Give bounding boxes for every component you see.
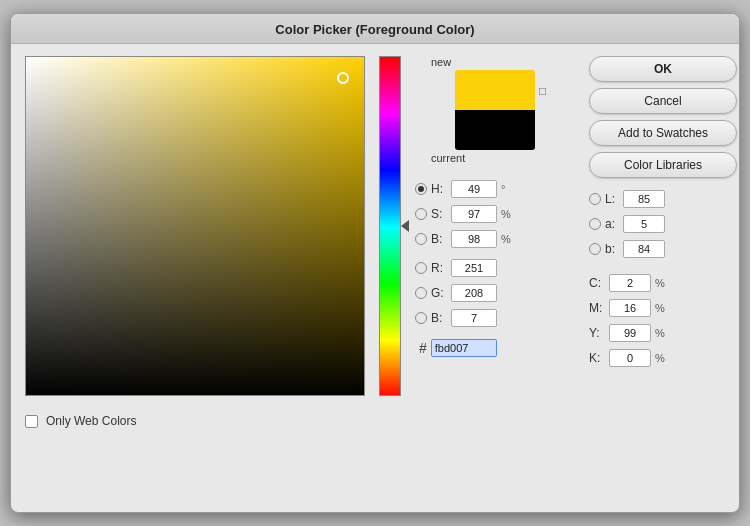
- lab-a-radio[interactable]: [589, 218, 601, 230]
- lab-b-row: b:: [589, 238, 737, 260]
- cmyk-m-row: M: %: [589, 297, 737, 319]
- green-row: G:: [415, 282, 575, 304]
- brightness-input[interactable]: [451, 230, 497, 248]
- red-input[interactable]: [451, 259, 497, 277]
- dialog-title: Color Picker (Foreground Color): [11, 14, 739, 44]
- hue-unit: °: [501, 183, 513, 195]
- cmyk-y-row: Y: %: [589, 322, 737, 344]
- bottom-bar: Only Web Colors: [11, 408, 739, 438]
- hex-row: #: [415, 339, 575, 357]
- lab-fields: L: a: b:: [589, 188, 737, 260]
- spectrum-slider[interactable]: [379, 56, 401, 396]
- lab-a-row: a:: [589, 213, 737, 235]
- color-gradient-canvas[interactable]: [25, 56, 365, 396]
- saturation-unit: %: [501, 208, 513, 220]
- lab-l-radio[interactable]: [589, 193, 601, 205]
- saturation-label: S:: [431, 207, 447, 221]
- cmyk-c-label: C:: [589, 276, 605, 290]
- blue-label: B:: [431, 311, 447, 325]
- add-to-swatches-button[interactable]: Add to Swatches: [589, 120, 737, 146]
- lab-b-label: b:: [605, 242, 619, 256]
- ok-button[interactable]: OK: [589, 56, 737, 82]
- color-preview-area: new □ current: [415, 56, 575, 164]
- cmyk-c-input[interactable]: [609, 274, 651, 292]
- cmyk-y-input[interactable]: [609, 324, 651, 342]
- hue-label: H:: [431, 182, 447, 196]
- middle-panel: new □ current H: ° S:: [415, 56, 575, 396]
- hex-input[interactable]: [431, 339, 497, 357]
- new-label: new: [431, 56, 451, 68]
- lab-a-label: a:: [605, 217, 619, 231]
- blue-row: B:: [415, 307, 575, 329]
- color-preview-blocks: □: [455, 70, 535, 150]
- saturation-row: S: %: [415, 203, 575, 225]
- red-radio[interactable]: [415, 262, 427, 274]
- hex-hash: #: [419, 340, 427, 356]
- cmyk-m-unit: %: [655, 302, 665, 314]
- spectrum-indicator: [401, 220, 409, 232]
- svg-rect-2: [380, 57, 401, 396]
- out-of-gamut-icon: □: [539, 84, 553, 98]
- cmyk-y-label: Y:: [589, 326, 605, 340]
- lab-b-input[interactable]: [623, 240, 665, 258]
- brightness-row: B: %: [415, 228, 575, 250]
- lab-b-radio[interactable]: [589, 243, 601, 255]
- green-label: G:: [431, 286, 447, 300]
- current-label: current: [431, 152, 465, 164]
- brightness-label: B:: [431, 232, 447, 246]
- hue-input[interactable]: [451, 180, 497, 198]
- lab-a-input[interactable]: [623, 215, 665, 233]
- green-input[interactable]: [451, 284, 497, 302]
- color-gradient-area[interactable]: [25, 56, 365, 396]
- cmyk-k-unit: %: [655, 352, 665, 364]
- only-web-colors-checkbox[interactable]: [25, 415, 38, 428]
- new-color-swatch[interactable]: [455, 70, 535, 110]
- saturation-input[interactable]: [451, 205, 497, 223]
- hue-radio[interactable]: [415, 183, 427, 195]
- cmyk-c-unit: %: [655, 277, 665, 289]
- cmyk-k-label: K:: [589, 351, 605, 365]
- green-radio[interactable]: [415, 287, 427, 299]
- saturation-radio[interactable]: [415, 208, 427, 220]
- cmyk-m-input[interactable]: [609, 299, 651, 317]
- blue-input[interactable]: [451, 309, 497, 327]
- cmyk-m-label: M:: [589, 301, 605, 315]
- hsb-fields: H: ° S: % B: %: [415, 178, 575, 329]
- svg-rect-1: [26, 57, 365, 396]
- color-libraries-button[interactable]: Color Libraries: [589, 152, 737, 178]
- cmyk-y-unit: %: [655, 327, 665, 339]
- brightness-radio[interactable]: [415, 233, 427, 245]
- red-label: R:: [431, 261, 447, 275]
- cancel-button[interactable]: Cancel: [589, 88, 737, 114]
- current-color-swatch[interactable]: [455, 110, 535, 150]
- hue-row: H: °: [415, 178, 575, 200]
- lab-l-input[interactable]: [623, 190, 665, 208]
- right-panel: OK Cancel Add to Swatches Color Librarie…: [589, 56, 737, 396]
- cmyk-fields: C: % M: % Y: % K: %: [589, 272, 737, 369]
- cmyk-c-row: C: %: [589, 272, 737, 294]
- only-web-colors-label: Only Web Colors: [46, 414, 136, 428]
- red-row: R:: [415, 257, 575, 279]
- title-text: Color Picker (Foreground Color): [275, 22, 474, 37]
- lab-l-label: L:: [605, 192, 619, 206]
- color-picker-dialog: Color Picker (Foreground Color): [10, 13, 740, 513]
- spectrum-canvas[interactable]: [379, 56, 401, 396]
- blue-radio[interactable]: [415, 312, 427, 324]
- lab-l-row: L:: [589, 188, 737, 210]
- cmyk-k-row: K: %: [589, 347, 737, 369]
- brightness-unit: %: [501, 233, 513, 245]
- cmyk-k-input[interactable]: [609, 349, 651, 367]
